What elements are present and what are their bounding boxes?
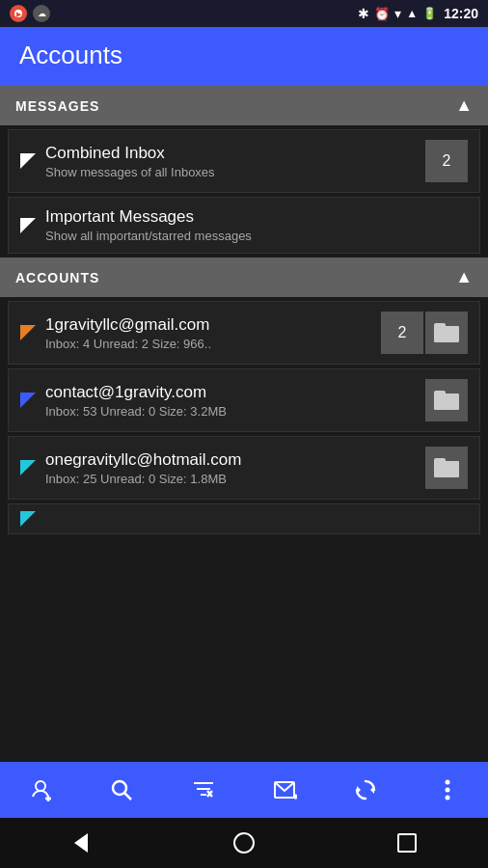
list-item-account-4-partial[interactable] bbox=[8, 503, 480, 534]
filter-button[interactable] bbox=[182, 769, 225, 811]
status-bar-right: ✱ ⏰ ▾ ▲ 🔋 12:20 bbox=[358, 6, 478, 21]
account1-folder[interactable] bbox=[425, 312, 468, 354]
messages-list: Combined Inbox Show messages of all Inbo… bbox=[0, 129, 488, 254]
accounts-section-header[interactable]: ACCOUNTS ▲ bbox=[0, 258, 488, 297]
combined-inbox-flag bbox=[20, 153, 36, 169]
accounts-list: 1gravityllc@gmail.com Inbox: 4 Unread: 2… bbox=[0, 301, 488, 534]
list-item-account-2[interactable]: contact@1gravity.com Inbox: 53 Unread: 0… bbox=[8, 368, 480, 432]
list-item-account-3[interactable]: onegravityllc@hotmail.com Inbox: 25 Unre… bbox=[8, 436, 480, 500]
account1-flag bbox=[20, 325, 36, 340]
home-icon bbox=[233, 832, 255, 854]
list-item-combined-inbox[interactable]: Combined Inbox Show messages of all Inbo… bbox=[8, 129, 480, 193]
account1-email: 1gravityllc@gmail.com bbox=[45, 315, 371, 335]
account2-email: contact@1gravity.com bbox=[45, 383, 416, 402]
compose-button[interactable] bbox=[263, 769, 306, 811]
svg-point-2 bbox=[36, 781, 45, 791]
account3-flag bbox=[20, 460, 36, 475]
status-bar-left: ▶ ☁ bbox=[10, 5, 50, 22]
main-content: MESSAGES ▲ Combined Inbox Show messages … bbox=[0, 86, 488, 762]
account2-info: Inbox: 53 Unread: 0 Size: 3.2MB bbox=[45, 404, 416, 419]
svg-marker-16 bbox=[357, 786, 361, 794]
account1-badge: 2 bbox=[381, 312, 423, 354]
combined-inbox-title: Combined Inbox bbox=[45, 144, 416, 163]
signal-icon: ▲ bbox=[406, 7, 418, 20]
more-button[interactable] bbox=[426, 769, 469, 811]
folder-icon-shape-3 bbox=[434, 458, 459, 477]
bluetooth-icon: ✱ bbox=[358, 6, 369, 21]
list-item-important[interactable]: Important Messages Show all important/st… bbox=[8, 197, 480, 254]
svg-point-18 bbox=[445, 788, 449, 793]
navigation-bar bbox=[0, 818, 488, 868]
account3-email: onegravityllc@hotmail.com bbox=[45, 450, 416, 470]
notification-icon-2: ☁ bbox=[33, 5, 50, 22]
search-button[interactable] bbox=[100, 769, 143, 811]
account2-flag bbox=[20, 393, 36, 408]
account3-folder[interactable] bbox=[425, 447, 468, 489]
clock: 12:20 bbox=[444, 6, 478, 21]
refresh-button[interactable] bbox=[344, 769, 387, 811]
svg-marker-15 bbox=[370, 786, 374, 794]
svg-line-6 bbox=[124, 793, 131, 800]
accounts-section-title: ACCOUNTS bbox=[15, 270, 99, 285]
messages-section-header[interactable]: MESSAGES ▲ bbox=[0, 86, 488, 125]
bottom-toolbar bbox=[0, 762, 488, 818]
status-bar: ▶ ☁ ✱ ⏰ ▾ ▲ 🔋 12:20 bbox=[0, 0, 488, 27]
messages-section-title: MESSAGES bbox=[15, 98, 99, 114]
combined-inbox-badge: 2 bbox=[425, 140, 468, 182]
svg-point-17 bbox=[445, 780, 449, 785]
add-account-button[interactable] bbox=[19, 769, 62, 811]
important-flag bbox=[20, 218, 36, 233]
alarm-icon: ⏰ bbox=[374, 7, 390, 21]
account3-info: Inbox: 25 Unread: 0 Size: 1.8MB bbox=[45, 472, 416, 486]
combined-inbox-content: Combined Inbox Show messages of all Inbo… bbox=[45, 144, 416, 179]
battery-icon: 🔋 bbox=[422, 7, 437, 20]
folder-icon-shape-2 bbox=[434, 391, 459, 410]
important-content: Important Messages Show all important/st… bbox=[45, 207, 468, 243]
back-icon bbox=[74, 833, 88, 853]
messages-collapse-icon[interactable]: ▲ bbox=[455, 95, 473, 116]
svg-point-5 bbox=[113, 781, 126, 795]
important-title: Important Messages bbox=[45, 207, 468, 227]
account1-info: Inbox: 4 Unread: 2 Size: 966.. bbox=[45, 337, 371, 351]
folder-icon-shape bbox=[434, 323, 459, 342]
account3-content: onegravityllc@hotmail.com Inbox: 25 Unre… bbox=[45, 450, 416, 486]
account4-flag bbox=[20, 511, 36, 527]
nav-back-button[interactable] bbox=[60, 822, 102, 864]
app-header: Accounts bbox=[0, 27, 488, 86]
important-subtitle: Show all important/starred messages bbox=[45, 229, 468, 243]
nav-home-button[interactable] bbox=[223, 822, 265, 864]
nav-recents-button[interactable] bbox=[386, 822, 428, 864]
accounts-collapse-icon[interactable]: ▲ bbox=[455, 267, 473, 287]
recents-icon bbox=[397, 833, 417, 853]
svg-point-19 bbox=[445, 796, 449, 800]
list-item-account-1[interactable]: 1gravityllc@gmail.com Inbox: 4 Unread: 2… bbox=[8, 301, 480, 365]
wifi-icon: ▾ bbox=[394, 6, 401, 21]
account2-folder[interactable] bbox=[425, 379, 468, 421]
notification-icon-1: ▶ bbox=[10, 5, 27, 22]
combined-inbox-subtitle: Show messages of all Inboxes bbox=[45, 165, 416, 179]
page-title: Accounts bbox=[19, 41, 469, 70]
account2-content: contact@1gravity.com Inbox: 53 Unread: 0… bbox=[45, 383, 416, 419]
account1-actions: 2 bbox=[381, 312, 468, 354]
account1-content: 1gravityllc@gmail.com Inbox: 4 Unread: 2… bbox=[45, 315, 371, 351]
